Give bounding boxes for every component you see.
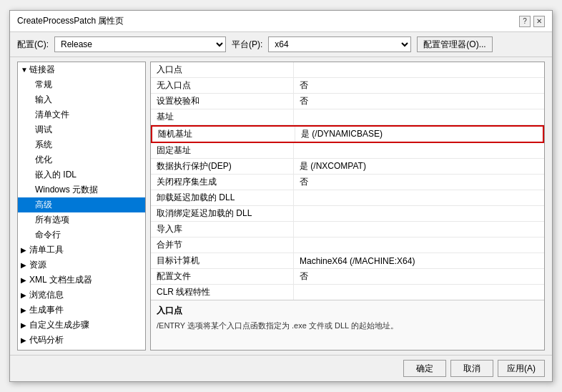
tree-label: 链接器 — [29, 64, 55, 76]
property-name: 合并节 — [151, 237, 294, 253]
property-value: MachineX64 (/MACHINE:X64) — [294, 253, 544, 268]
property-row[interactable]: 随机基址是 (/DYNAMICBASE) — [151, 125, 544, 143]
description-title: 入口点 — [157, 305, 538, 317]
title-controls: ? ✕ — [519, 16, 545, 27]
tree-label: Microsoft Macro Ass ▸ — [29, 349, 113, 351]
platform-label: 平台(P): — [232, 39, 262, 51]
tree-item[interactable]: 嵌入的 IDL — [18, 167, 145, 182]
tree-label: 清单工具 — [29, 244, 64, 256]
property-row[interactable]: 配置文件否 — [151, 269, 544, 285]
property-value: 是 (/NXCOMPAT) — [294, 159, 544, 174]
tree-item[interactable]: ▶代码分析 — [18, 333, 145, 348]
property-name: 固定基址 — [151, 143, 294, 158]
tree-item[interactable]: 系统 — [18, 137, 145, 152]
right-property-panel: 入口点无入口点否设置校验和否基址随机基址是 (/DYNAMICBASE)固定基址… — [150, 62, 545, 351]
tree-label: 浏览信息 — [29, 289, 64, 301]
tree-label: 命令行 — [35, 229, 61, 241]
property-row[interactable]: 导入库 — [151, 222, 544, 237]
property-value — [294, 206, 544, 221]
property-value — [294, 237, 544, 253]
tree-item[interactable]: 输入 — [18, 92, 145, 107]
property-name: 无入口点 — [151, 78, 294, 93]
property-value: 是 (/DYNAMICBASE) — [295, 127, 543, 142]
property-row[interactable]: 固定基址 — [151, 143, 544, 159]
expand-arrow: ▶ — [21, 321, 29, 329]
tree-item[interactable]: Windows 元数据 — [18, 182, 145, 197]
property-name: 取消绑定延迟加载的 DLL — [151, 206, 294, 221]
config-manager-button[interactable]: 配置管理器(O)... — [417, 36, 492, 52]
property-name: 设置校验和 — [151, 94, 294, 109]
tree-item[interactable]: ▶Microsoft Macro Ass ▸ — [18, 348, 145, 351]
property-value — [294, 143, 544, 158]
tree-item[interactable]: ▶生成事件 — [18, 303, 145, 318]
property-name: 目标计算机 — [151, 253, 294, 268]
property-value — [294, 190, 544, 205]
property-name: 关闭程序集生成 — [151, 175, 294, 190]
tree-label: Windows 元数据 — [35, 184, 98, 196]
close-button[interactable]: ✕ — [533, 16, 545, 27]
config-label: 配置(C): — [17, 39, 49, 51]
config-select[interactable]: Release — [54, 36, 226, 52]
title-bar: CreateProcessPatch 属性页 ? ✕ — [10, 11, 552, 32]
property-row[interactable]: 合并节 — [151, 237, 544, 253]
description-panel: 入口点 /ENTRY 选项将某个入口点函数指定为 .exe 文件或 DLL 的起… — [151, 300, 544, 350]
property-row[interactable]: 数据执行保护(DEP)是 (/NXCOMPAT) — [151, 159, 544, 175]
tree-item[interactable]: ▶清单工具 — [18, 242, 145, 258]
tree-label: 高级 — [35, 199, 52, 211]
property-row[interactable]: 入口点 — [151, 62, 544, 78]
tree-item[interactable]: 常规 — [18, 77, 145, 92]
property-name: 配置文件 — [151, 269, 294, 284]
property-table: 入口点无入口点否设置校验和否基址随机基址是 (/DYNAMICBASE)固定基址… — [151, 62, 544, 300]
property-value: 否 — [294, 269, 544, 284]
property-row[interactable]: 卸载延迟加载的 DLL — [151, 190, 544, 206]
help-button[interactable]: ? — [519, 16, 531, 27]
expand-arrow: ▼ — [21, 66, 29, 74]
property-name: 基址 — [151, 109, 294, 124]
tree-item[interactable]: ▶资源 — [18, 258, 145, 273]
property-name: 卸载延迟加载的 DLL — [151, 190, 294, 205]
expand-arrow: ▶ — [21, 246, 29, 254]
property-value — [294, 222, 544, 237]
tree-label: 生成事件 — [29, 304, 64, 316]
tree-item[interactable]: 调试 — [18, 122, 145, 137]
tree-label: 优化 — [35, 154, 52, 166]
left-tree-panel: ▼链接器 常规 输入 清单文件 调试 系统 优化 嵌入的 IDL Windows… — [17, 62, 146, 351]
toolbar: 配置(C): Release 平台(P): x64 配置管理器(O)... — [10, 32, 552, 57]
property-value: 否 — [294, 78, 544, 93]
tree-item[interactable]: 高级 — [18, 197, 145, 212]
tree-label: 系统 — [35, 139, 52, 151]
property-row[interactable]: 设置校验和否 — [151, 94, 544, 109]
property-name: 随机基址 — [152, 127, 295, 142]
description-text: /ENTRY 选项将某个入口点函数指定为 .exe 文件或 DLL 的起始地址。 — [157, 320, 538, 332]
tree-item[interactable]: ▶自定义生成步骤 — [18, 318, 145, 333]
apply-button[interactable]: 应用(A) — [498, 360, 545, 377]
tree-item[interactable]: 优化 — [18, 152, 145, 167]
tree-label: 代码分析 — [29, 334, 64, 346]
property-row[interactable]: 目标计算机MachineX64 (/MACHINE:X64) — [151, 253, 544, 269]
expand-arrow: ▶ — [21, 276, 29, 284]
property-value — [294, 285, 544, 300]
property-row[interactable]: 取消绑定延迟加载的 DLL — [151, 206, 544, 222]
tree-item[interactable]: 所有选项 — [18, 212, 145, 227]
property-name: 导入库 — [151, 222, 294, 237]
property-row[interactable]: 关闭程序集生成否 — [151, 175, 544, 190]
tree-item[interactable]: ▼链接器 — [18, 62, 145, 77]
expand-arrow: ▶ — [21, 306, 29, 314]
tree-item[interactable]: ▶浏览信息 — [18, 288, 145, 303]
cancel-button[interactable]: 取消 — [450, 360, 493, 377]
property-value — [294, 62, 544, 77]
expand-arrow: ▶ — [21, 291, 29, 299]
expand-arrow: ▶ — [21, 336, 29, 344]
property-row[interactable]: 无入口点否 — [151, 78, 544, 94]
platform-select[interactable]: x64 — [268, 36, 411, 52]
tree-item[interactable]: ▶XML 文档生成器 — [18, 273, 145, 288]
tree-item[interactable]: 清单文件 — [18, 107, 145, 122]
tree-label: XML 文档生成器 — [29, 274, 92, 286]
dialog-title: CreateProcessPatch 属性页 — [17, 15, 124, 27]
property-row[interactable]: CLR 线程特性 — [151, 285, 544, 300]
property-row[interactable]: 基址 — [151, 109, 544, 125]
tree-item[interactable]: 命令行 — [18, 227, 145, 242]
tree-label: 调试 — [35, 124, 52, 136]
ok-button[interactable]: 确定 — [403, 360, 446, 377]
bottom-bar: 确定 取消 应用(A) — [10, 355, 552, 381]
